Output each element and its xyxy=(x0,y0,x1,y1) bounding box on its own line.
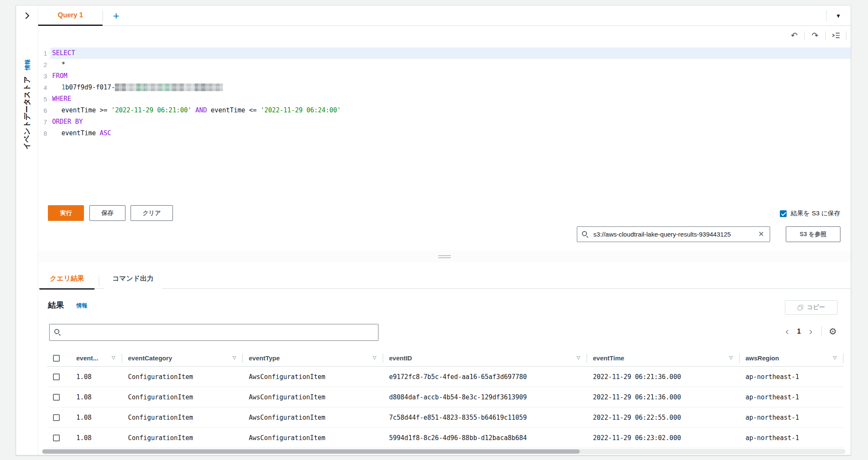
clear-query-button[interactable]: クリア xyxy=(131,205,173,221)
event-data-store-title: イベントデータストア xyxy=(23,76,31,150)
table-row: 1.08 ConfigurationItem AwsConfigurationI… xyxy=(47,428,843,448)
tab-query-results[interactable]: クエリ結果 xyxy=(39,269,95,290)
line-number: 5 xyxy=(38,93,50,105)
query-editor-panel: イベントデータストア情報 Query 1 + ▼ ↶ ↷ xyxy=(16,5,851,455)
results-filter-wrap xyxy=(49,324,378,341)
toolbar-divider xyxy=(825,31,826,40)
col-header-eventtime[interactable]: eventTime▽ xyxy=(587,350,740,366)
cell-eventtime: 2022-11-29 06:23:02.000 xyxy=(587,434,740,442)
main-area: Query 1 + ▼ ↶ ↷ xyxy=(38,6,851,455)
pagination: ‹ 1 › ⚙ xyxy=(781,323,840,340)
cell-eventversion: 1.08 xyxy=(70,434,122,442)
chevron-left-icon: ‹ xyxy=(785,326,789,337)
filter-icon[interactable]: ▽ xyxy=(833,355,837,360)
filter-icon[interactable]: ▽ xyxy=(373,355,376,360)
undo-button[interactable]: ↶ xyxy=(786,29,803,42)
line-number-gutter: 1 2 3 4 5 6 7 8 xyxy=(38,47,50,139)
cell-eventversion: 1.08 xyxy=(70,393,122,401)
s3-path-field-wrap: × xyxy=(577,226,770,242)
code-line-2: * xyxy=(50,59,851,70)
pager-divider xyxy=(821,326,822,337)
toolbar-divider xyxy=(804,31,805,40)
tab-query-1[interactable]: Query 1 xyxy=(38,6,103,26)
sql-keyword: ASC xyxy=(100,129,111,137)
toolbar-divider xyxy=(846,31,846,40)
col-header-eventid[interactable]: eventID▽ xyxy=(383,350,587,366)
sql-keyword: AND xyxy=(192,106,211,114)
cloudtrail-lake-query-editor: イベントデータストア情報 Query 1 + ▼ ↶ ↷ xyxy=(0,0,868,460)
code-line-4: 1b07f9d9-f017- xyxy=(50,82,851,93)
run-query-button[interactable]: 実行 xyxy=(48,205,84,221)
horizontal-scrollbar[interactable] xyxy=(42,449,846,454)
sql-keyword: WHERE xyxy=(52,95,71,103)
row-checkbox[interactable] xyxy=(53,414,60,421)
plus-icon: + xyxy=(113,9,119,22)
s3-path-input[interactable] xyxy=(577,226,770,242)
next-page-button[interactable]: › xyxy=(804,325,817,338)
cell-eventid: e9172fc8-7b5c-4fed-aa16-65af3d697780 xyxy=(383,373,587,381)
save-query-button[interactable]: 保存 xyxy=(89,205,125,221)
row-checkbox[interactable] xyxy=(53,374,60,380)
chevron-right-icon: › xyxy=(809,326,812,337)
save-to-s3-checkbox[interactable] xyxy=(780,210,787,217)
sidebar-info-link[interactable]: 情報 xyxy=(25,59,31,70)
table-header-row: event...▽ eventCategory▽ eventType▽ even… xyxy=(47,350,843,367)
col-header-awsregion[interactable]: awsRegion▽ xyxy=(740,350,843,366)
panel-splitter[interactable] xyxy=(38,251,851,262)
tab-command-output[interactable]: コマンド出力 xyxy=(104,268,162,289)
tab-overflow-dropdown-button[interactable]: ▼ xyxy=(836,13,841,19)
drag-handle-icon[interactable] xyxy=(438,254,451,259)
sql-keyword: FROM xyxy=(52,72,67,80)
add-query-tab-button[interactable]: + xyxy=(108,8,124,23)
code-line-6: eventTime >= '2022-11-29 06:21:00' AND e… xyxy=(50,105,851,116)
filter-icon[interactable]: ▽ xyxy=(112,355,115,360)
search-icon xyxy=(54,329,61,335)
row-checkbox[interactable] xyxy=(53,394,60,401)
col-header-eventcategory[interactable]: eventCategory▽ xyxy=(122,350,243,366)
results-info-link[interactable]: 情報 xyxy=(76,302,87,309)
cell-awsregion: ap-northeast-1 xyxy=(740,373,843,381)
cell-eventtype: AwsConfigurationItem xyxy=(243,393,383,401)
tab-actions: ▼ xyxy=(826,6,851,26)
search-icon xyxy=(582,231,588,237)
line-number: 3 xyxy=(38,70,50,82)
cell-eventtime: 2022-11-29 06:22:55.000 xyxy=(587,414,740,421)
cell-awsregion: ap-northeast-1 xyxy=(740,434,843,442)
scrollbar-thumb[interactable] xyxy=(42,449,580,454)
cell-eventtime: 2022-11-29 06:21:36.000 xyxy=(587,373,740,381)
sql-string: '2022-11-29 06:21:00' xyxy=(111,106,192,114)
previous-page-button[interactable]: ‹ xyxy=(781,325,793,338)
filter-icon[interactable]: ▽ xyxy=(577,355,580,360)
copy-results-button[interactable]: コピー xyxy=(785,300,837,315)
redo-icon: ↷ xyxy=(812,31,818,40)
sql-text: * xyxy=(61,61,65,68)
query-tab-bar: Query 1 + ▼ xyxy=(38,6,851,26)
col-header-eventversion[interactable]: event...▽ xyxy=(70,350,122,366)
format-query-button[interactable] xyxy=(827,29,844,42)
row-checkbox[interactable] xyxy=(53,435,60,441)
browse-s3-button[interactable]: S3 を参照 xyxy=(786,226,840,242)
cell-eventtype: AwsConfigurationItem xyxy=(243,373,383,381)
sql-editor[interactable]: 1 2 3 4 5 6 7 8 SELECT * FROM 1b07f9d9-f… xyxy=(38,45,851,203)
sql-text: b07f9d9-f017- xyxy=(65,84,115,91)
sidebar-expand-button[interactable] xyxy=(22,11,32,21)
sql-keyword: ORDER BY xyxy=(52,118,83,125)
results-title: 結果 xyxy=(48,300,64,311)
redo-button[interactable]: ↷ xyxy=(807,29,823,42)
select-all-checkbox[interactable] xyxy=(53,355,60,362)
filter-icon[interactable]: ▽ xyxy=(233,355,236,360)
line-number: 7 xyxy=(38,116,50,128)
sql-keyword: SELECT xyxy=(52,49,75,57)
col-header-eventtype[interactable]: eventType▽ xyxy=(243,350,383,366)
cell-awsregion: ap-northeast-1 xyxy=(740,414,843,421)
results-table: event...▽ eventCategory▽ eventType▽ even… xyxy=(47,350,843,448)
clear-s3-path-button[interactable]: × xyxy=(756,228,767,240)
current-page[interactable]: 1 xyxy=(793,328,804,335)
cell-eventid: 7c58d44f-e851-4823-8355-b64619c11059 xyxy=(383,414,587,421)
format-indent-icon xyxy=(832,32,840,39)
results-filter-input[interactable] xyxy=(49,324,378,341)
preferences-button[interactable]: ⚙ xyxy=(826,325,840,338)
code-area[interactable]: SELECT * FROM 1b07f9d9-f017- WHERE event… xyxy=(50,47,851,139)
filter-icon[interactable]: ▽ xyxy=(729,355,733,360)
line-number: 1 xyxy=(38,47,50,59)
